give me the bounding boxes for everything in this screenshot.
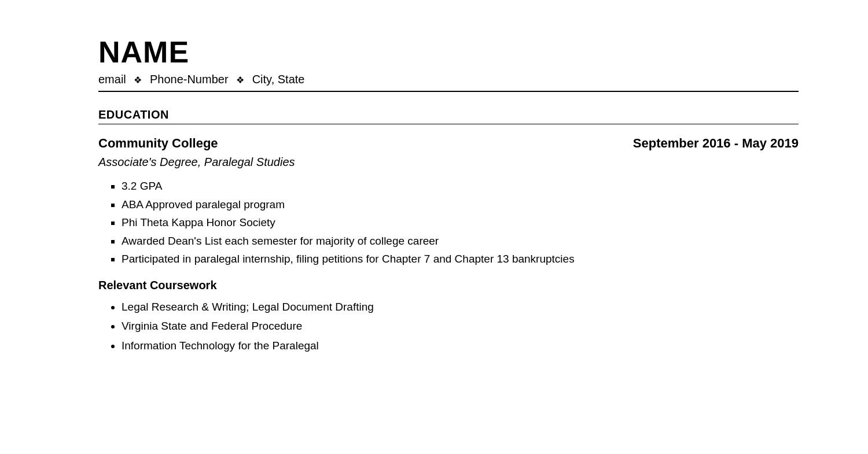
coursework-list: Legal Research & Writing; Legal Document…	[122, 299, 799, 354]
institution-name: Community College	[98, 136, 218, 151]
coursework-header: Relevant Coursework	[98, 279, 799, 292]
coursework-item-3: Information Technology for the Paralegal	[122, 338, 799, 354]
contact-line: email ❖ Phone-Number ❖ City, State	[98, 73, 799, 86]
separator-1: ❖	[134, 75, 142, 85]
education-divider	[98, 124, 799, 124]
resume-name: NAME	[98, 35, 799, 69]
education-section-header: EDUCATION	[98, 108, 799, 121]
bullet-gpa: 3.2 GPA	[122, 178, 799, 194]
bullet-aba: ABA Approved paralegal program	[122, 197, 799, 213]
education-date-range: September 2016 - May 2019	[633, 136, 799, 151]
bullet-internship: Participated in paralegal internship, fi…	[122, 251, 799, 267]
header-divider	[98, 91, 799, 92]
email-text: email	[98, 73, 126, 86]
separator-2: ❖	[236, 75, 244, 85]
degree-line: Associate's Degree, Paralegal Studies	[98, 156, 799, 169]
location-text: City, State	[252, 73, 305, 86]
header: NAME email ❖ Phone-Number ❖ City, State	[98, 35, 799, 92]
bullet-deans-list: Awarded Dean's List each semester for ma…	[122, 233, 799, 249]
education-section: EDUCATION Community College September 20…	[98, 108, 799, 353]
phone-text: Phone-Number	[150, 73, 229, 86]
education-bullets: 3.2 GPA ABA Approved paralegal program P…	[122, 178, 799, 267]
coursework-item-2: Virginia State and Federal Procedure	[122, 318, 799, 334]
bullet-ptk: Phi Theta Kappa Honor Society	[122, 215, 799, 231]
education-row: Community College September 2016 - May 2…	[98, 136, 799, 151]
coursework-item-1: Legal Research & Writing; Legal Document…	[122, 299, 799, 315]
